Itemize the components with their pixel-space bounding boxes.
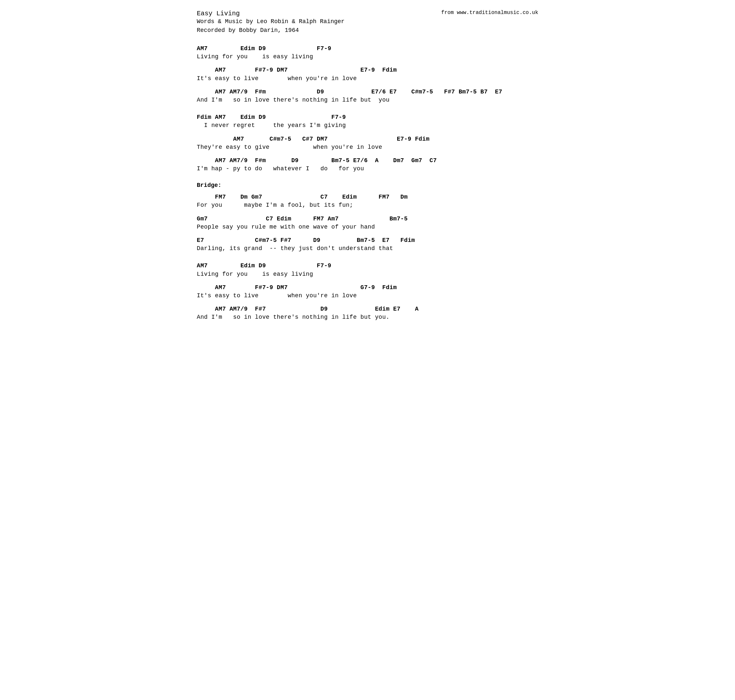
lyric-line-v1b: It's easy to live when you're in love (197, 75, 538, 83)
lyric-line-b2: People say you rule me with one wave of … (197, 223, 538, 231)
chord-line-v1a: AM7 Edim D9 F7-9 (197, 45, 538, 53)
header: Easy Living from www.traditionalmusic.co… (197, 10, 538, 35)
chord-line-v3a: AM7 Edim D9 F7-9 (197, 262, 538, 270)
verse-1: AM7 Edim D9 F7-9 Living for you is easy … (197, 45, 538, 104)
chord-line-v1c: AM7 AM7/9 F#m D9 E7/6 E7 C#m7-5 F#7 Bm7-… (197, 88, 538, 96)
lyric-line-v3a: Living for you is easy living (197, 270, 538, 278)
verse-3: AM7 Edim D9 F7-9 Living for you is easy … (197, 262, 538, 321)
lyric-line-v2b: They're easy to give when you're in love (197, 143, 538, 151)
chord-line-v2a: Fdim AM7 Edim D9 F7-9 (197, 113, 538, 121)
lyric-line-b1: For you maybe I'm a fool, but its fun; (197, 201, 538, 209)
chord-line-v2b: AM7 C#m7-5 C#7 DM7 E7-9 Fdim (197, 135, 538, 143)
chord-line-v3b: AM7 F#7-9 DM7 G7-9 Fdim (197, 284, 538, 292)
lyric-line-v3c: And I'm so in love there's nothing in li… (197, 313, 538, 321)
lyric-line-b3: Darling, its grand -- they just don't un… (197, 244, 538, 253)
source-url: from www.traditionalmusic.co.uk (441, 10, 538, 16)
bridge-label: Bridge: (197, 182, 538, 188)
lyric-line-v2c: I'm hap - py to do whatever I do for you (197, 165, 538, 173)
song-title: Easy Living (197, 10, 240, 17)
credits-line1: Words & Music by Leo Robin & Ralph Raing… (197, 17, 538, 26)
bridge-section: Bridge: FM7 Dm Gm7 C7 Edim FM7 Dm For yo… (197, 182, 538, 253)
chord-line-v3c: AM7 AM7/9 F#7 D9 Edim E7 A (197, 305, 538, 313)
lyric-line-v3b: It's easy to live when you're in love (197, 292, 538, 300)
chord-line-v1b: AM7 F#7-9 DM7 E7-9 Fdim (197, 66, 538, 74)
lyric-line-v2a: I never regret the years I'm giving (197, 121, 538, 129)
verse-2: Fdim AM7 Edim D9 F7-9 I never regret the… (197, 113, 538, 173)
credits-line2: Recorded by Bobby Darin, 1964 (197, 26, 538, 35)
chord-line-v2c: AM7 AM7/9 F#m D9 Bm7-5 E7/6 A Dm7 Gm7 C7 (197, 157, 538, 165)
chord-line-b2: Gm7 C7 Edim FM7 Am7 Bm7-5 (197, 215, 538, 223)
lyric-line-v1a: Living for you is easy living (197, 53, 538, 61)
chord-line-b1: FM7 Dm Gm7 C7 Edim FM7 Dm (197, 193, 538, 201)
chord-line-b3: E7 C#m7-5 F#7 D9 Bm7-5 E7 Fdim (197, 236, 538, 244)
lyric-line-v1c: And I'm so in love there's nothing in li… (197, 96, 538, 104)
